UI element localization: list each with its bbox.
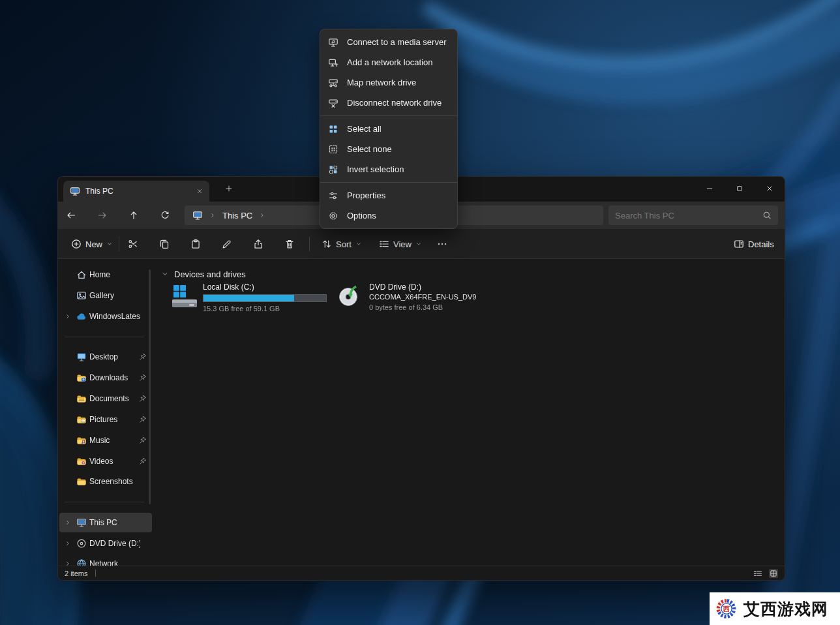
share-icon: [253, 239, 263, 249]
sidebar-item-music[interactable]: Music: [59, 431, 152, 450]
menu-item-connect-media-server[interactable]: Connect to a media server: [320, 32, 457, 52]
chevron-right-icon[interactable]: [209, 212, 216, 219]
back-icon: [66, 210, 76, 221]
view-button-label: View: [393, 239, 412, 249]
menu-item-add-network-location[interactable]: Add a network location: [320, 52, 457, 72]
forward-button[interactable]: [91, 205, 114, 226]
menu-item-properties[interactable]: Properties: [320, 185, 457, 206]
cut-icon: [128, 239, 138, 249]
sidebar-scrollbar[interactable]: [149, 269, 151, 504]
properties-icon: [328, 191, 338, 201]
details-view-toggle-icon[interactable]: [753, 569, 762, 578]
sidebar-item-dvd-drive[interactable]: DVD Drive (D:) C: [59, 534, 152, 553]
search-input[interactable]: [615, 211, 762, 221]
tab-this-pc[interactable]: This PC: [63, 181, 209, 202]
sidebar-item-desktop[interactable]: Desktop: [59, 347, 152, 367]
sidebar-item-windowslatest[interactable]: WindowsLatest: [59, 307, 152, 326]
paste-button[interactable]: [184, 234, 207, 254]
breadcrumb[interactable]: This PC: [222, 211, 252, 221]
menu-item-map-network-drive[interactable]: Map network drive: [320, 72, 457, 93]
sort-button[interactable]: Sort: [315, 234, 368, 254]
sort-button-label: Sort: [336, 239, 352, 249]
network-icon: [76, 558, 87, 566]
chevron-right-icon[interactable]: [65, 519, 71, 526]
computer-icon: [76, 517, 87, 528]
paste-icon: [190, 239, 201, 249]
menu-item-label: Options: [347, 211, 376, 221]
share-button[interactable]: [247, 234, 270, 254]
view-button[interactable]: View: [372, 234, 428, 254]
menu-item-select-all[interactable]: Select all: [320, 119, 457, 139]
refresh-button[interactable]: [153, 205, 177, 226]
menu-item-label: Disconnect network drive: [347, 98, 442, 108]
items-count: 2 items: [65, 570, 87, 577]
monitor-icon: [70, 186, 80, 196]
menu-item-select-none[interactable]: Select none: [320, 139, 457, 159]
sidebar-item-pictures[interactable]: Pictures: [59, 410, 152, 429]
new-tab-icon[interactable]: [225, 185, 233, 192]
delete-icon: [284, 239, 295, 249]
sidebar-item-label: Videos: [89, 457, 140, 466]
details-pane-button[interactable]: Details: [727, 234, 781, 254]
menu-item-disconnect-network-drive[interactable]: Disconnect network drive: [320, 93, 457, 113]
minimize-button[interactable]: [695, 177, 725, 200]
sidebar-item-network[interactable]: Network: [59, 554, 152, 566]
maximize-icon: [736, 185, 743, 192]
see-more-button[interactable]: [430, 234, 454, 254]
chevron-right-icon[interactable]: [65, 560, 71, 566]
search-icon[interactable]: [762, 211, 772, 220]
navigation-pane: Home Gallery WindowsLatest Desktop: [58, 259, 155, 566]
drive-dvd-d[interactable]: DVD Drive (D:) CCCOMA_X64FRE_EN-US_DV9 0…: [332, 280, 502, 314]
copy-button[interactable]: [153, 234, 176, 254]
details-button-label: Details: [748, 239, 774, 249]
cut-button[interactable]: [121, 234, 145, 254]
close-button[interactable]: [755, 177, 785, 200]
sidebar-item-documents[interactable]: Documents: [59, 389, 152, 408]
sidebar-item-label: Downloads: [89, 373, 140, 382]
sidebar-divider: [65, 337, 144, 337]
chevron-right-icon[interactable]: [259, 212, 265, 219]
select-all-icon: [328, 124, 338, 134]
chevron-right-icon[interactable]: [65, 540, 71, 547]
pictures-folder-icon: [76, 414, 87, 425]
sidebar-item-label: WindowsLatest: [89, 312, 140, 321]
sidebar-item-downloads[interactable]: Downloads: [59, 368, 152, 388]
details-pane-icon: [734, 239, 744, 249]
up-button[interactable]: [122, 205, 145, 226]
menu-separator: [320, 115, 457, 116]
tab-close-icon[interactable]: [196, 188, 203, 194]
sidebar-item-gallery[interactable]: Gallery: [59, 286, 152, 305]
sidebar-item-screenshots[interactable]: Screenshots: [59, 472, 152, 491]
pin-icon: [139, 416, 147, 423]
menu-item-label: Select none: [347, 144, 392, 154]
menu-item-invert-selection[interactable]: Invert selection: [320, 159, 457, 179]
tab-title: This PC: [85, 187, 191, 196]
copy-icon: [159, 239, 170, 249]
new-button[interactable]: New: [65, 234, 119, 254]
section-devices-and-drives[interactable]: Devices and drives: [161, 267, 246, 281]
chevron-right-icon[interactable]: [65, 313, 71, 320]
sidebar-divider: [65, 502, 144, 502]
menu-item-options[interactable]: Options: [320, 206, 457, 226]
videos-folder-icon: [76, 456, 87, 466]
command-bar: New Sort View Det: [58, 229, 785, 259]
pin-icon: [139, 436, 147, 444]
capacity-bar: [203, 294, 327, 302]
back-button[interactable]: [59, 205, 83, 226]
sidebar-item-label: Pictures: [89, 415, 140, 424]
sort-icon: [322, 239, 332, 249]
drive-local-disk-c[interactable]: Local Disk (C:) 15.3 GB free of 59.1 GB: [166, 280, 329, 314]
search-box[interactable]: [608, 206, 778, 225]
chevron-down-icon[interactable]: [161, 270, 169, 278]
large-icons-view-toggle-icon[interactable]: [769, 569, 778, 578]
sidebar-item-videos[interactable]: Videos: [59, 451, 152, 471]
rename-button[interactable]: [215, 234, 239, 254]
sidebar-item-home[interactable]: Home: [59, 265, 152, 284]
new-button-label: New: [85, 239, 102, 249]
delete-button[interactable]: [278, 234, 301, 254]
maximize-button[interactable]: [725, 177, 755, 200]
sidebar-item-this-pc[interactable]: This PC: [59, 513, 152, 532]
close-icon: [766, 185, 773, 192]
sidebar-item-label: Network: [89, 559, 140, 566]
menu-separator: [320, 182, 457, 183]
